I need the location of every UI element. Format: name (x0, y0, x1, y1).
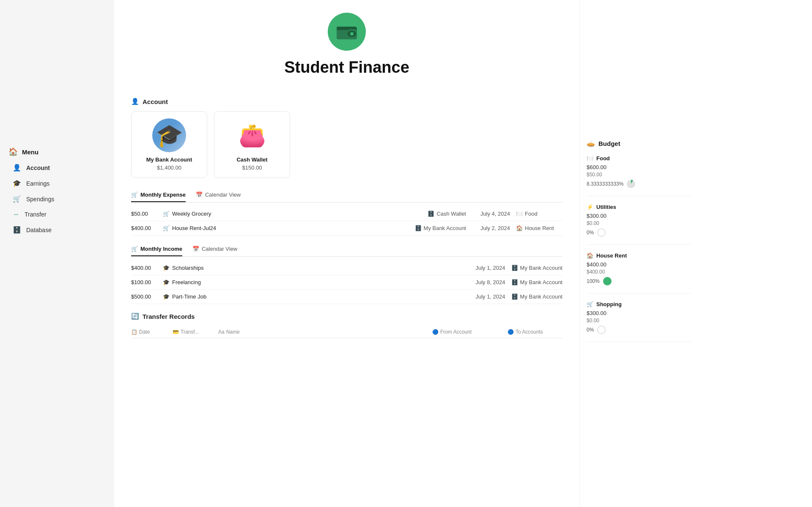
income-account-label-1: My Bank Account (520, 265, 562, 271)
income-amount-3: $500.00 (131, 293, 163, 300)
shopping-progress-row: 0% (587, 326, 691, 334)
transf-col-icon: 💳 (173, 329, 179, 335)
th-transfer-label: Transf... (181, 329, 199, 335)
account-section-label: Account (143, 98, 168, 105)
income-date-3: July 1, 2024 (467, 293, 505, 300)
table-row: $50.00 🛒 Weekly Grocery 🗄️ Cash Wallet J… (131, 207, 562, 221)
expense-tab-icon: 🛒 (131, 192, 138, 198)
date-col-icon: 📋 (131, 329, 137, 335)
tx-amount: $50.00 (131, 211, 163, 217)
income-name-label-3: Part-Time Job (172, 293, 206, 300)
house-rent-progress-row: 100% (587, 277, 691, 285)
th-date-label: Date (139, 329, 150, 335)
shopping-percent: 0% (587, 327, 594, 333)
cash-wallet-card[interactable]: 👛 Cash Wallet $150.00 (214, 111, 290, 178)
bank-account-card[interactable]: 🎓 My Bank Account $1,400.00 (131, 111, 207, 178)
income-account-label-3: My Bank Account (520, 293, 562, 300)
tx-account-label: My Bank Account (424, 225, 466, 231)
tx-category: 🍽️ Food (516, 211, 562, 217)
sidebar-item-account[interactable]: 👤 Account (0, 160, 114, 175)
tx-category-label: Food (525, 211, 538, 217)
table-row: $100.00 🎓 Freelancing July 8, 2024 🗄️ My… (131, 275, 562, 290)
tx-account: 🗄️ My Bank Account (415, 225, 466, 231)
shopping-budget-amount: $300.00 (587, 310, 691, 316)
budget-item-shopping: 🛒 Shopping $300.00 $0.00 0% (587, 301, 691, 342)
budget-item-utilities-header: ⚡ Utilities (587, 204, 691, 210)
house-rent-budget-amount: $400.00 (587, 261, 691, 268)
sidebar-item-earnings[interactable]: 🎓 Earnings (0, 175, 114, 191)
th-from-account: 🔵 From Account (432, 329, 504, 335)
sidebar-item-earnings-label: Earnings (26, 180, 49, 187)
food-cat-icon: 🍽️ (516, 211, 523, 217)
from-col-icon: 🔵 (432, 329, 439, 335)
expense-transactions: $50.00 🛒 Weekly Grocery 🗄️ Cash Wallet J… (131, 207, 562, 236)
income-meta-2: July 8, 2024 🗄️ My Bank Account (467, 279, 562, 285)
app-logo (328, 13, 366, 51)
app-title: Student Finance (131, 58, 562, 77)
income-amount-2: $100.00 (131, 279, 163, 285)
th-name-label: Name (226, 329, 240, 335)
utilities-budget-icon: ⚡ (587, 204, 593, 210)
house-rent-spent-amount: $400.00 (587, 269, 691, 275)
income-tabs: 🛒 Monthly Income 📅 Calendar View (131, 242, 562, 257)
grocery-icon: 🛒 (163, 211, 170, 217)
sidebar-item-account-label: Account (26, 164, 50, 171)
utilities-budget-label: Utilities (596, 204, 616, 210)
account-cards: 🎓 My Bank Account $1,400.00 👛 Cash Walle… (131, 111, 562, 178)
shopping-budget-label: Shopping (596, 301, 622, 307)
transfer-table-header: 📋 Date 💳 Transf... Aa Name 🔵 From Accoun… (131, 326, 562, 338)
sidebar-item-spendings[interactable]: 🛒 Spendings (0, 191, 114, 207)
student-figure-icon: 🎓 (156, 124, 183, 146)
tab-monthly-expense[interactable]: 🛒 Monthly Expense (131, 188, 186, 202)
tx-name-label: Weekly Grocery (172, 211, 211, 217)
tx-meta: 🗄️ My Bank Account July 2, 2024 🏠 House … (415, 225, 562, 231)
account-icon-tx: 🗄️ (428, 211, 434, 217)
account-icon-inc3: 🗄️ (511, 293, 518, 300)
calendar-expense-icon: 📅 (196, 192, 203, 198)
sidebar-item-transfer[interactable]: ↔️ Transfer (0, 207, 114, 222)
income-date-1: July 1, 2024 (467, 265, 505, 271)
utilities-progress-row: 0% (587, 228, 691, 237)
tx-name: 🛒 Weekly Grocery (163, 211, 428, 217)
income-tab-label: Monthly Income (140, 246, 182, 252)
shopping-progress-ring (597, 326, 606, 334)
budget-item-house-rent-header: 🏠 House Rent (587, 252, 691, 259)
scholarship-icon: 🎓 (163, 265, 170, 271)
home-icon: 🏠 (8, 147, 18, 156)
income-transactions: $400.00 🎓 Scholarships July 1, 2024 🗄️ M… (131, 261, 562, 304)
tx-account-label: Cash Wallet (436, 211, 466, 217)
transfer-records-label: Transfer Records (143, 313, 195, 320)
income-name-1: 🎓 Scholarships (163, 265, 467, 271)
tx-account: 🗄️ Cash Wallet (428, 211, 466, 217)
tab-calendar-view-income[interactable]: 📅 Calendar View (192, 242, 237, 256)
tx-name-label: House Rent-Jul24 (172, 225, 216, 231)
utilities-spent-amount: $0.00 (587, 220, 691, 226)
house-rent-budget-label: House Rent (596, 252, 627, 259)
wallet-svg-icon (336, 23, 358, 40)
spendings-icon: 🛒 (13, 195, 21, 203)
transfer-icon: ↔️ (13, 211, 19, 218)
th-from-label: From Account (440, 329, 472, 335)
income-name-3: 🎓 Part-Time Job (163, 293, 467, 300)
food-budget-label: Food (596, 155, 610, 162)
sidebar-item-database[interactable]: 🗄️ Database (0, 222, 114, 238)
sidebar-item-transfer-label: Transfer (25, 211, 47, 218)
house-rent-percent: 100% (587, 278, 600, 284)
sidebar-menu-label-text: Menu (22, 148, 38, 156)
utilities-percent: 0% (587, 230, 594, 236)
income-name-label-1: Scholarships (172, 265, 203, 271)
house-cat-icon: 🏠 (516, 225, 523, 231)
tab-monthly-income[interactable]: 🛒 Monthly Income (131, 242, 182, 256)
table-row: $500.00 🎓 Part-Time Job July 1, 2024 🗄️ … (131, 290, 562, 304)
house-rent-budget-icon: 🏠 (587, 252, 593, 259)
shopping-spent-amount: $0.00 (587, 318, 691, 323)
income-name-label-2: Freelancing (172, 279, 201, 285)
tab-calendar-view-expense[interactable]: 📅 Calendar View (196, 188, 241, 202)
freelancing-icon: 🎓 (163, 279, 170, 285)
rent-icon: 🛒 (163, 225, 170, 231)
to-col-icon: 🔵 (508, 329, 514, 335)
budget-item-shopping-header: 🛒 Shopping (587, 301, 691, 307)
th-transfer: 💳 Transf... (173, 329, 215, 335)
th-date: 📋 Date (131, 329, 169, 335)
house-rent-progress-ring (603, 277, 612, 285)
